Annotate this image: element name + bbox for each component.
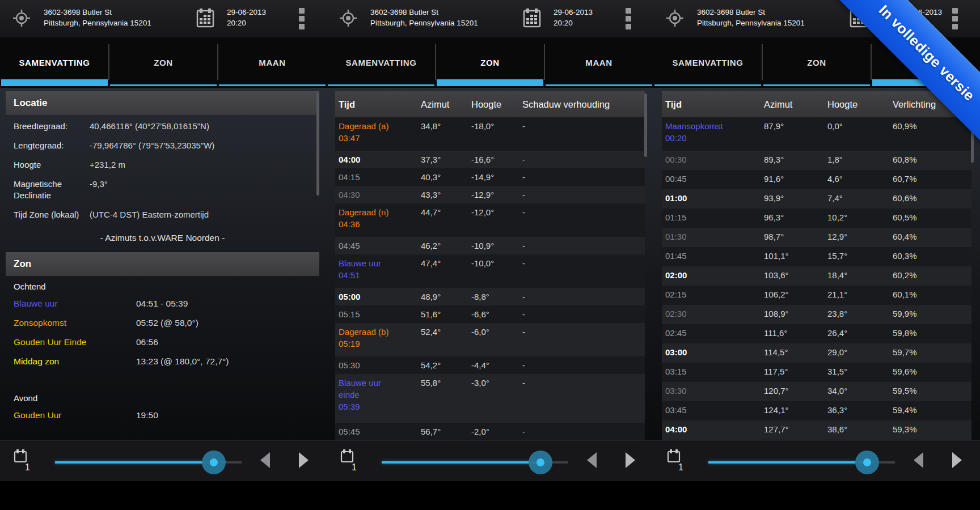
value-cell: 56,7° [421, 426, 471, 437]
location-button[interactable] [337, 7, 360, 30]
value-cell: 36,3° [827, 404, 893, 416]
time-cell: Blauwe uur einde 05:39 [339, 377, 421, 413]
top-bar: 3602-3698 Butler St Pittsburgh, Pennsylv… [0, 0, 327, 37]
time-slider[interactable] [382, 449, 568, 474]
summary-row: Magnetische Declinatie-9,3° [6, 178, 319, 201]
location-button[interactable] [10, 7, 33, 30]
next-button[interactable] [295, 445, 312, 475]
tab-maan[interactable]: MAAN [544, 37, 653, 88]
datetime-text[interactable]: 29-06-2013 20:20 [227, 7, 266, 28]
next-button[interactable] [622, 445, 639, 475]
value-cell: - [522, 326, 645, 338]
sun-table: TijdAzimutHoogteSchaduw verhoudingDagera… [335, 91, 645, 440]
previous-button[interactable] [910, 445, 927, 475]
summary-row: Gouden Uur Einde06:56 [6, 337, 319, 348]
address-line2: Pittsburgh, Pennsylvania 15201 [697, 18, 805, 28]
slider-fill [382, 461, 540, 464]
previous-button[interactable] [256, 445, 273, 475]
row-value: 06:56 [136, 337, 319, 348]
slider-thumb[interactable] [855, 450, 879, 474]
value-cell: 43,3° [421, 189, 471, 201]
location-text[interactable]: 3602-3698 Butler St Pittsburgh, Pennsylv… [697, 7, 805, 28]
row-value: 05:52 (@ 58,0°) [136, 317, 319, 329]
repeat-count: 1 [678, 462, 683, 473]
row-value: 13:23 (@ 180,0°, 72,7°) [136, 356, 319, 367]
value-cell: 23,8° [827, 308, 893, 320]
time-slider[interactable] [708, 449, 895, 474]
summary-row: Tijd Zone (lokaal)(UTC-4 DST) Eastern-zo… [6, 209, 319, 220]
value-cell: -3,0° [471, 377, 522, 389]
datetime-text[interactable]: 29-06-2013 20:20 [554, 7, 593, 28]
evening-rows: Gouden Uur19:50 [6, 410, 319, 421]
tab-maan[interactable]: MAAN [218, 37, 327, 88]
table-row: 05:1551,6°-6,6°- [335, 305, 645, 323]
tab-samenvatting[interactable]: SAMENVATTING [653, 37, 762, 88]
calendar-button[interactable] [195, 7, 216, 30]
table-row: Dageraad (b) 05:1952,4°-6,0°- [335, 323, 645, 356]
slider-thumb[interactable] [529, 450, 552, 474]
value-cell: 59,8% [893, 327, 971, 339]
value-cell: - [522, 120, 645, 132]
time-cell: 01:30 [665, 231, 764, 243]
value-cell: 59,5% [893, 385, 971, 397]
time-cell: 02:45 [665, 327, 764, 339]
slider-fill [708, 461, 867, 464]
time-cell: 00:45 [665, 173, 764, 185]
moon-table-content: TijdAzimutHoogteVerlichtingMaansopkomst … [653, 88, 980, 440]
tab-samenvatting[interactable]: SAMENVATTING [0, 37, 109, 88]
location-button[interactable] [664, 7, 686, 30]
value-cell: 89,3° [764, 154, 827, 165]
tab-zon[interactable]: ZON [762, 37, 871, 88]
slider-thumb[interactable] [202, 450, 226, 474]
overflow-menu-button[interactable] [295, 8, 308, 31]
table-row: 02:00103,6°18,4°60,2% [662, 266, 971, 286]
value-cell: -12,0° [471, 206, 522, 218]
table-row: 05:0048,9°-8,8°- [335, 288, 645, 305]
summary-row: Middag zon13:23 (@ 180,0°, 72,7°) [6, 356, 319, 367]
overflow-menu-button[interactable] [949, 8, 961, 31]
time-cell: 01:00 [665, 192, 764, 204]
value-cell: 21,1° [827, 288, 893, 300]
table-row: 04:00127,7°38,6°59,3% [662, 420, 971, 440]
table-row: 00:4591,6°4,6°60,7% [662, 170, 971, 189]
time-slider[interactable] [55, 449, 242, 474]
value-cell: 127,7° [764, 423, 827, 435]
value-cell: 103,6° [764, 269, 827, 281]
time-text: 20:20 [554, 18, 593, 28]
value-cell: 18,4° [827, 269, 893, 281]
section-header-zon: Zon [6, 252, 319, 276]
time-cell: 02:00 [665, 269, 764, 281]
value-cell: 1,8° [827, 154, 893, 165]
overflow-menu-button[interactable] [622, 8, 635, 31]
next-button[interactable] [948, 445, 965, 475]
address-line1: 3602-3698 Butler St [44, 7, 151, 18]
scrollbar-thumb[interactable] [644, 94, 647, 157]
value-cell: 87,9° [764, 120, 827, 132]
calendar-button[interactable] [522, 7, 542, 30]
previous-button[interactable] [583, 445, 600, 475]
value-cell: 93,9° [764, 192, 827, 204]
value-cell: 12,9° [827, 231, 893, 243]
value-cell: 31,5° [827, 366, 893, 377]
tab-zon[interactable]: ZON [109, 37, 218, 88]
more-options-icon [626, 8, 631, 14]
right-arrow-icon [626, 452, 635, 468]
value-cell: 60,8% [893, 154, 971, 165]
tab-bar: SAMENVATTING ZON MAAN [0, 37, 327, 88]
location-text[interactable]: 3602-3698 Butler St Pittsburgh, Pennsylv… [44, 7, 151, 28]
row-value: 19:50 [136, 410, 319, 421]
tab-samenvatting[interactable]: SAMENVATTING [327, 37, 436, 88]
moon-table: TijdAzimutHoogteVerlichtingMaansopkomst … [662, 91, 971, 440]
row-label: Gouden Uur [14, 410, 136, 421]
value-cell: -10,9° [471, 240, 522, 252]
time-cell: 01:45 [665, 250, 764, 262]
address-line2: Pittsburgh, Pennsylvania 15201 [44, 18, 151, 28]
column-header: Schaduw verhouding [522, 99, 645, 110]
scrollbar-thumb[interactable] [316, 92, 319, 196]
summary-content: Locatie Breedtegraad:40,466116° (40°27'5… [0, 88, 327, 440]
location-text[interactable]: 3602-3698 Butler St Pittsburgh, Pennsylv… [370, 7, 478, 28]
tab-zon[interactable]: ZON [436, 37, 544, 88]
value-cell: -18,0° [471, 120, 522, 132]
repeat-day-icon [14, 449, 28, 464]
right-arrow-icon [952, 452, 962, 468]
